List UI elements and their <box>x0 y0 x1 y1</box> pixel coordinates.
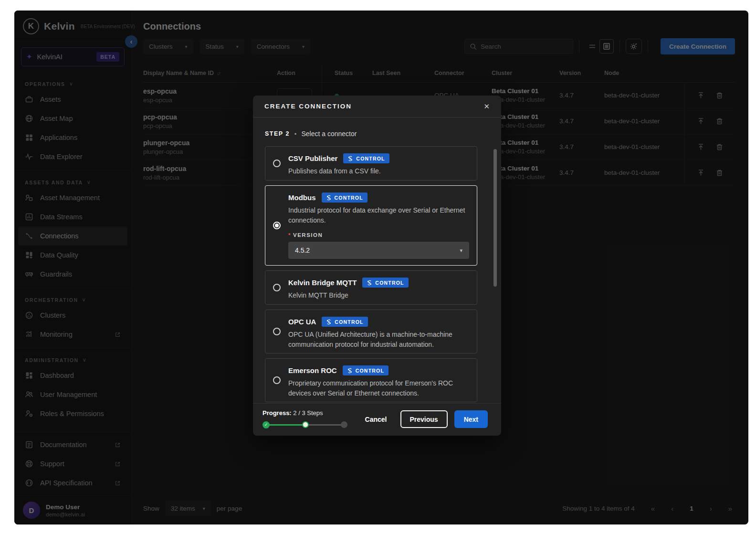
connector-description: OPC UA (Unified Architecture) is a machi… <box>288 330 469 350</box>
connector-description: Publishes data from a CSV file. <box>288 166 469 176</box>
progress-value: 2 / 3 Steps <box>293 409 323 417</box>
step-pending-dot <box>341 421 347 428</box>
cancel-button[interactable]: Cancel <box>358 416 394 423</box>
create-connection-modal: CREATE CONNECTION ✕ STEP 2 • Select a co… <box>253 96 501 436</box>
connector-description: Industrial protocol for data exchange ov… <box>288 205 469 225</box>
required-asterisk: * <box>288 232 291 238</box>
connector-name: CSV Publisher <box>288 154 337 162</box>
caret-down-icon: ▾ <box>460 247 462 254</box>
version-value: 4.5.2 <box>295 246 310 254</box>
connector-option-opc-ua[interactable]: OPC UA CONTROL OPC UA (Unified Architect… <box>265 310 477 353</box>
control-badge-label: CONTROL <box>375 280 404 286</box>
progress-block: Progress: 2 / 3 Steps ✓ <box>262 409 347 428</box>
version-select[interactable]: 4.5.2 ▾ <box>288 242 469 259</box>
progress-label: Progress: <box>262 409 292 417</box>
control-badge: CONTROL <box>362 278 408 288</box>
control-badge-label: CONTROL <box>335 195 363 201</box>
progress-bar: ✓ <box>262 421 347 428</box>
control-badge-label: CONTROL <box>335 319 363 325</box>
connector-description: Kelvin MQTT Bridge <box>288 290 469 300</box>
connector-option-emerson-roc[interactable]: Emerson ROC CONTROL Proprietary communic… <box>265 358 477 402</box>
connector-name: Kelvin Bridge MQTT <box>288 278 357 287</box>
step-label: STEP 2 <box>265 130 290 137</box>
modal-footer: Progress: 2 / 3 Steps ✓ Cancel Previous … <box>253 403 501 436</box>
control-badge: CONTROL <box>322 317 368 327</box>
control-badge: CONTROL <box>343 153 389 163</box>
control-badge: CONTROL <box>322 193 368 203</box>
radio-unselected[interactable] <box>273 376 281 384</box>
radio-unselected[interactable] <box>273 284 281 291</box>
next-button[interactable]: Next <box>454 410 488 428</box>
step-indicator: STEP 2 • Select a connector <box>253 118 501 145</box>
step-current-dot <box>302 421 309 428</box>
modal-scrollbar[interactable] <box>494 149 497 287</box>
radio-selected[interactable] <box>273 222 281 229</box>
connector-list: CSV Publisher CONTROL Publishes data fro… <box>253 145 501 403</box>
radio-unselected[interactable] <box>273 160 281 167</box>
connector-option-modbus[interactable]: Modbus CONTROL Industrial protocol for d… <box>265 185 477 266</box>
radio-unselected[interactable] <box>273 328 281 335</box>
step-complete-icon: ✓ <box>262 421 270 428</box>
previous-button[interactable]: Previous <box>400 410 448 428</box>
version-label: *VERSION <box>288 232 469 238</box>
connector-option-csv-publisher[interactable]: CSV Publisher CONTROL Publishes data fro… <box>265 146 477 181</box>
close-icon[interactable]: ✕ <box>483 102 490 111</box>
control-badge-label: CONTROL <box>356 156 385 161</box>
connector-name: OPC UA <box>288 318 316 326</box>
bullet-icon: • <box>294 130 297 138</box>
control-badge-label: CONTROL <box>356 368 384 374</box>
modal-title: CREATE CONNECTION <box>264 103 352 110</box>
connector-option-kelvin-bridge-mqtt[interactable]: Kelvin Bridge MQTT CONTROL Kelvin MQTT B… <box>265 270 477 305</box>
control-badge: CONTROL <box>343 365 388 375</box>
step-title: Select a connector <box>301 130 357 138</box>
app-window: K Kelvin BETA Environment (DEV) ✦ Kelvin… <box>14 11 748 524</box>
connector-name: Emerson ROC <box>288 366 337 374</box>
connector-name: Modbus <box>288 193 316 202</box>
connector-description: Proprietary communication protocol for E… <box>288 378 469 398</box>
